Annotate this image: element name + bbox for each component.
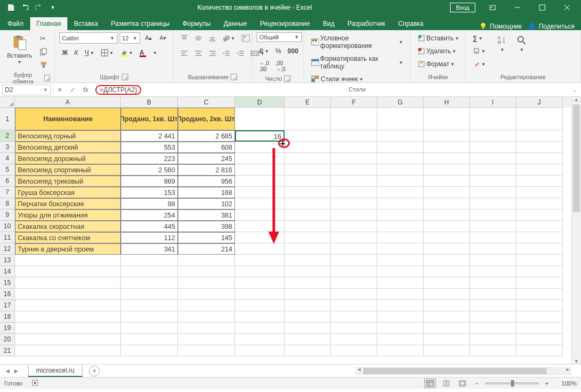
cell[interactable] bbox=[516, 323, 563, 334]
enter-formula-icon[interactable]: ✓ bbox=[66, 86, 79, 94]
cell[interactable] bbox=[178, 311, 235, 323]
row-header[interactable]: 14 bbox=[0, 266, 15, 277]
increase-decimal-icon[interactable]: ←,0,00 bbox=[257, 58, 272, 74]
cell[interactable] bbox=[15, 334, 121, 345]
column-header[interactable]: C bbox=[178, 97, 235, 108]
cell[interactable] bbox=[285, 300, 331, 311]
conditional-formatting-button[interactable]: Условное форматирование▼ bbox=[308, 32, 406, 52]
cell[interactable]: 2 816 bbox=[178, 164, 235, 176]
fill-color-icon[interactable]: ▼ bbox=[117, 47, 136, 59]
cell[interactable] bbox=[331, 345, 377, 356]
cell[interactable] bbox=[331, 187, 377, 198]
fill-icon[interactable]: ▼ bbox=[470, 45, 488, 57]
cell[interactable] bbox=[285, 209, 331, 221]
underline-button[interactable]: Ч▼ bbox=[82, 47, 97, 59]
comma-icon[interactable]: 000 bbox=[285, 45, 301, 57]
cell[interactable] bbox=[424, 311, 470, 323]
cell[interactable]: 381 bbox=[178, 209, 235, 221]
cell[interactable] bbox=[516, 209, 563, 221]
cell[interactable] bbox=[377, 176, 424, 187]
cell[interactable] bbox=[235, 311, 285, 323]
cell[interactable] bbox=[331, 108, 377, 130]
find-select-icon[interactable]: ▼ bbox=[513, 32, 530, 62]
cell[interactable] bbox=[285, 221, 331, 232]
cell[interactable] bbox=[331, 289, 377, 300]
copy-icon[interactable] bbox=[37, 46, 50, 58]
column-header[interactable]: I bbox=[470, 97, 516, 108]
cell[interactable] bbox=[470, 130, 516, 142]
cell[interactable] bbox=[470, 164, 516, 176]
row-header[interactable]: 20 bbox=[0, 334, 15, 345]
cell[interactable] bbox=[15, 266, 121, 277]
cell[interactable] bbox=[424, 232, 470, 243]
delete-cells-button[interactable]: Удалить▼ bbox=[415, 45, 462, 57]
cell[interactable] bbox=[377, 164, 424, 176]
cell[interactable]: Наименование bbox=[15, 108, 121, 130]
tab-review[interactable]: Рецензирование bbox=[253, 17, 316, 30]
cell[interactable] bbox=[516, 232, 563, 243]
cell[interactable]: 254 bbox=[121, 209, 178, 221]
cell[interactable] bbox=[331, 142, 377, 153]
row-header[interactable]: 1 bbox=[0, 108, 15, 130]
align-left-icon[interactable] bbox=[178, 47, 191, 59]
cell[interactable] bbox=[285, 232, 331, 243]
cell[interactable] bbox=[377, 142, 424, 153]
fx-icon[interactable]: fx bbox=[79, 86, 92, 94]
zoom-out-button[interactable]: − bbox=[473, 380, 480, 387]
cell[interactable]: 102 bbox=[178, 198, 235, 209]
normal-view-icon[interactable] bbox=[424, 379, 436, 388]
cell[interactable] bbox=[331, 209, 377, 221]
cell[interactable] bbox=[424, 243, 470, 255]
cell[interactable] bbox=[516, 187, 563, 198]
cell[interactable] bbox=[470, 266, 516, 277]
cell[interactable] bbox=[377, 221, 424, 232]
cell[interactable]: 398 bbox=[178, 221, 235, 232]
cell[interactable] bbox=[235, 108, 285, 130]
cell[interactable] bbox=[470, 187, 516, 198]
row-header[interactable]: 7 bbox=[0, 187, 15, 198]
italic-button[interactable]: К bbox=[72, 47, 81, 59]
cell[interactable] bbox=[121, 289, 178, 300]
cell[interactable] bbox=[235, 255, 285, 266]
cell[interactable] bbox=[121, 323, 178, 334]
accounting-icon[interactable]: ₽▼ bbox=[257, 45, 272, 57]
cell[interactable] bbox=[377, 277, 424, 289]
cell[interactable] bbox=[470, 198, 516, 209]
increase-font-icon[interactable]: A▴ bbox=[142, 32, 155, 44]
cell[interactable] bbox=[377, 345, 424, 356]
cell[interactable]: 145 bbox=[178, 232, 235, 243]
cell[interactable] bbox=[285, 277, 331, 289]
tab-data[interactable]: Данные bbox=[217, 17, 253, 30]
horizontal-scrollbar[interactable]: ◄ ► bbox=[356, 367, 571, 375]
cell[interactable] bbox=[516, 221, 563, 232]
cell[interactable] bbox=[377, 153, 424, 164]
decrease-indent-icon[interactable] bbox=[220, 47, 233, 59]
cell[interactable] bbox=[178, 300, 235, 311]
zoom-in-button[interactable]: + bbox=[543, 380, 551, 387]
cell[interactable]: Груша боксерская bbox=[15, 187, 121, 198]
format-as-table-button[interactable]: Форматировать как таблицу▼ bbox=[308, 53, 406, 72]
cell[interactable] bbox=[516, 198, 563, 209]
row-header[interactable]: 8 bbox=[0, 198, 15, 209]
cell[interactable] bbox=[424, 334, 470, 345]
cell[interactable] bbox=[285, 142, 331, 153]
cell[interactable]: Продано, 2кв. Шт. bbox=[178, 108, 235, 130]
autosum-icon[interactable]: ∑▼ bbox=[470, 32, 488, 44]
cell[interactable] bbox=[516, 164, 563, 176]
cell[interactable] bbox=[15, 300, 121, 311]
cell[interactable] bbox=[470, 300, 516, 311]
cell[interactable]: Продано, 1кв. Шт. bbox=[121, 108, 178, 130]
cell[interactable] bbox=[516, 130, 563, 142]
cell[interactable]: Велосипед горный bbox=[15, 130, 121, 142]
cell[interactable] bbox=[516, 153, 563, 164]
cell[interactable] bbox=[15, 255, 121, 266]
column-header[interactable]: F bbox=[331, 97, 377, 108]
cell[interactable] bbox=[331, 255, 377, 266]
tab-formulas[interactable]: Формулы bbox=[176, 17, 217, 30]
vertical-scrollbar[interactable]: ▲ ▼ bbox=[571, 97, 581, 364]
row-header[interactable]: 19 bbox=[0, 323, 15, 334]
cell[interactable] bbox=[331, 176, 377, 187]
cell[interactable]: 2 441 bbox=[121, 130, 178, 142]
cell[interactable] bbox=[377, 323, 424, 334]
login-button[interactable]: Вход bbox=[450, 3, 475, 12]
